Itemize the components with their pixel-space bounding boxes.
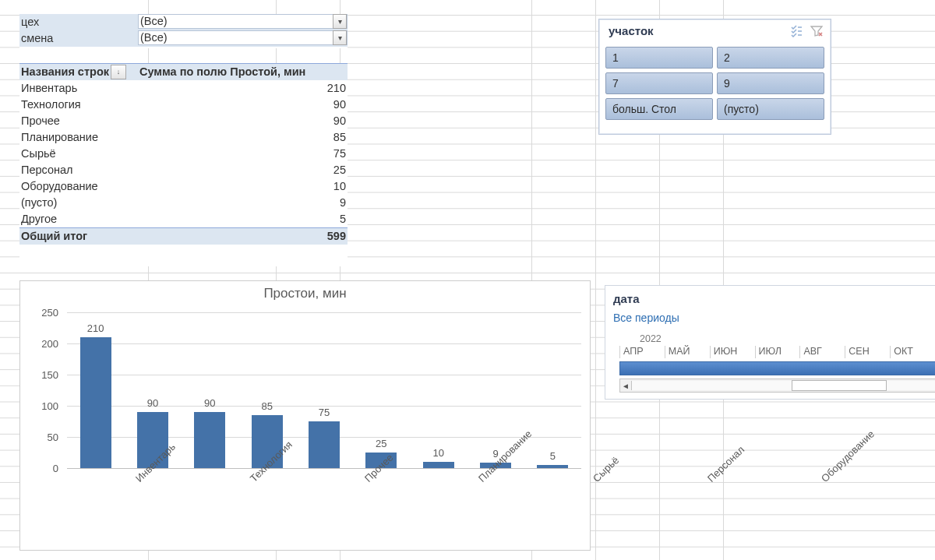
pivot-row-value: 75	[138, 146, 348, 162]
pivot-data-row[interactable]: Прочее90	[19, 113, 348, 129]
dropdown-icon[interactable]: ▾	[333, 30, 347, 45]
timeline-month-label[interactable]: АВГ	[799, 346, 845, 358]
slicer-body: 1279больш. Стол(пусто)	[599, 42, 831, 134]
pivot-total-label: Общий итог	[19, 228, 138, 245]
pivot-filter-value[interactable]: (Все) ▾	[138, 14, 348, 29]
pivot-data-row[interactable]: Персонал25	[19, 162, 348, 178]
chart-bar[interactable]	[80, 337, 111, 468]
pivot-filter-value-text: (Все)	[140, 31, 168, 44]
y-tick-label: 50	[19, 431, 58, 443]
bar-value-label: 210	[87, 322, 104, 334]
slicer-title: участок	[609, 24, 654, 37]
pivot-filter-name: смена	[19, 30, 138, 47]
chart-x-labels: ИнвентарьТехнологияПрочееПланированиеСыр…	[67, 471, 581, 545]
timeline-months: АПРМАЙИЮНИЮЛАВГСЕНОКТ	[619, 346, 935, 358]
pivot-row-value: 90	[138, 113, 348, 129]
slicer-item[interactable]: больш. Стол	[605, 98, 713, 120]
multi-select-icon[interactable]	[790, 25, 803, 37]
x-tick-label: Планирование	[476, 476, 484, 484]
pivot-header-row: Названия строк ↓ Сумма по полю Простой, …	[19, 63, 348, 80]
pivot-total-value: 599	[138, 228, 348, 245]
slicer-panel[interactable]: участок 1279больш. Стол(пусто)	[598, 19, 831, 135]
slicer-item[interactable]: 7	[605, 72, 713, 94]
pivot-chart[interactable]: Простои, мин 050100150200250 21090908575…	[19, 280, 591, 551]
y-tick-label: 100	[19, 400, 58, 412]
pivot-data-row[interactable]: Сырьё75	[19, 146, 348, 162]
timeline-month-label[interactable]: СЕН	[845, 346, 890, 358]
pivot-row-label: Персонал	[19, 162, 138, 178]
chart-title: Простои, мин	[20, 281, 590, 306]
pivot-data-row[interactable]: Инвентарь210	[19, 80, 348, 97]
chart-bar[interactable]	[309, 421, 340, 468]
chart-bar[interactable]	[423, 462, 454, 468]
timeline-month-label[interactable]: АПР	[619, 346, 665, 358]
scroll-track[interactable]	[631, 381, 935, 390]
pivot-row-label: Инвентарь	[19, 80, 138, 97]
y-tick-label: 250	[19, 307, 58, 319]
pivot-row-label: Технология	[19, 97, 138, 113]
pivot-filter-value[interactable]: (Все) ▾	[138, 30, 348, 45]
timeline-month-label[interactable]: ИЮН	[710, 346, 755, 358]
pivot-row-label: Сырьё	[19, 146, 138, 162]
pivot-table: цех (Все) ▾ смена (Все) ▾ Названия строк…	[19, 14, 348, 245]
pivot-row-label: Планирование	[19, 129, 138, 146]
chart-bar-group: 5	[525, 450, 580, 468]
bar-value-label: 85	[261, 400, 272, 412]
timeline-month-label[interactable]: ИЮЛ	[755, 346, 800, 358]
timeline-month-label[interactable]: МАЙ	[665, 346, 710, 358]
slicer-header: участок	[599, 19, 831, 42]
bar-value-label: 25	[376, 438, 386, 449]
worksheet: цех (Все) ▾ смена (Все) ▾ Названия строк…	[0, 0, 935, 560]
bar-value-label: 90	[147, 397, 158, 409]
timeline-title: дата	[613, 292, 935, 312]
pivot-row-value: 85	[138, 129, 348, 146]
pivot-row-value: 9	[138, 195, 348, 211]
pivot-data-row[interactable]: Технология90	[19, 97, 348, 113]
bar-value-label: 75	[319, 407, 330, 418]
timeline-period-label[interactable]: Все периоды	[613, 312, 935, 333]
pivot-filter-row: цех (Все) ▾	[19, 14, 348, 30]
dropdown-icon[interactable]: ▾	[333, 14, 347, 29]
pivot-data-row[interactable]: Оборудование10	[19, 178, 348, 195]
scroll-left-icon[interactable]: ◄	[620, 382, 631, 390]
pivot-data-row[interactable]: Планирование85	[19, 129, 348, 146]
pivot-data-rows: Инвентарь210Технология90Прочее90Планиров…	[19, 80, 348, 227]
pivot-value-header: Сумма по полю Простой, мин	[138, 64, 348, 80]
timeline-selection-bar[interactable]	[619, 361, 935, 375]
pivot-row-labels-header[interactable]: Названия строк ↓	[19, 64, 138, 80]
timeline-month-label[interactable]: ОКТ	[890, 346, 935, 358]
timeline-scrollbar[interactable]: ◄	[619, 379, 935, 393]
pivot-filter-value-text: (Все)	[140, 15, 168, 27]
bar-value-label: 10	[432, 447, 443, 459]
pivot-filter-row: смена (Все) ▾	[19, 30, 348, 47]
pivot-filter-name: цех	[19, 14, 138, 30]
pivot-row-labels-text: Названия строк	[21, 64, 109, 80]
slicer-item[interactable]: 2	[717, 47, 824, 69]
chart-bar-group: 210	[69, 322, 123, 468]
chart-bar[interactable]	[537, 465, 568, 468]
chart-bar-group: 10	[411, 447, 466, 468]
pivot-row-value: 5	[138, 211, 348, 227]
pivot-data-row[interactable]: (пусто)9	[19, 195, 348, 211]
clear-filter-icon[interactable]	[810, 25, 823, 37]
y-tick-label: 200	[19, 338, 58, 350]
spacer-row	[19, 47, 348, 63]
pivot-total-row: Общий итог 599	[19, 227, 348, 245]
bar-value-label: 5	[550, 450, 556, 462]
pivot-data-row[interactable]: Другое5	[19, 211, 348, 227]
pivot-row-value: 25	[138, 162, 348, 178]
slicer-item[interactable]: (пусто)	[717, 98, 824, 120]
pivot-row-label: Другое	[19, 211, 138, 227]
slicer-item[interactable]: 9	[717, 72, 824, 94]
chart-plot-area: 21090908575251095	[67, 312, 581, 468]
timeline-year: 2022	[619, 333, 935, 346]
slicer-item[interactable]: 1	[605, 47, 713, 69]
pivot-row-label: (пусто)	[19, 195, 138, 211]
x-tick-label: Технология	[248, 476, 256, 484]
scroll-thumb[interactable]	[792, 380, 887, 391]
timeline-axis: 2022 АПРМАЙИЮНИЮЛАВГСЕНОКТ ◄	[619, 333, 935, 393]
pivot-row-label: Оборудование	[19, 178, 138, 195]
chart-bar[interactable]	[194, 412, 225, 468]
timeline-panel[interactable]: дата Все периоды 2022 АПРМАЙИЮНИЮЛАВГСЕН…	[605, 285, 935, 400]
sort-descending-icon[interactable]: ↓	[111, 65, 126, 79]
